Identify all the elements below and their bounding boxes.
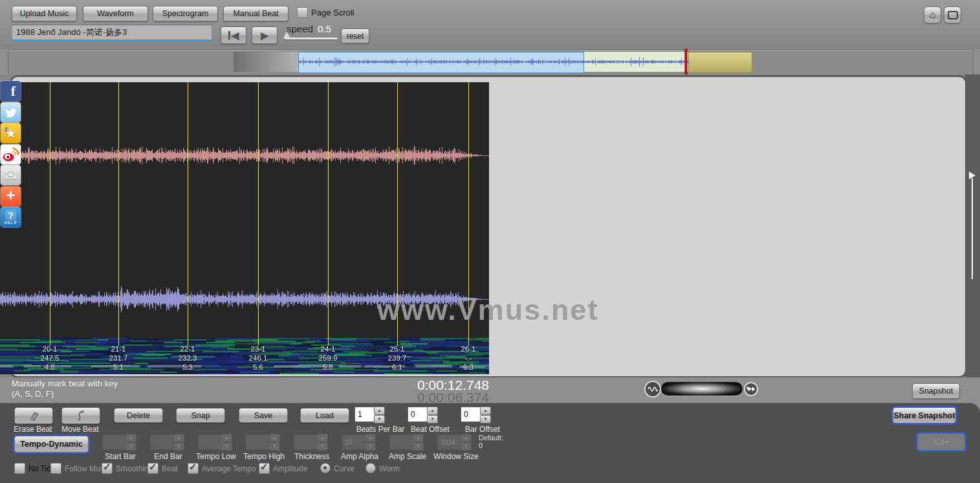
ioi-button[interactable]: IOI+ [917,433,965,451]
beat-bar-number: 24-1 [307,344,349,354]
home-icon: ⌂ [930,9,936,21]
beats-per-bar-value[interactable]: 1 [354,407,375,422]
end-bar-value [150,434,175,450]
stepper-up-button: ▲ [317,434,328,442]
beat-offset-value[interactable]: 0 [408,407,428,422]
stepper-down-button[interactable]: ▼ [374,415,385,423]
twitter-share-button[interactable] [1,102,21,122]
waveform-button[interactable]: Waveform [83,6,148,21]
wave-blend-slider[interactable] [661,382,743,396]
track-title-input[interactable] [12,25,212,41]
help-caption: HELP [4,221,17,225]
bar-offset-label: Bar Offset [457,425,508,434]
stepper-up-button[interactable]: ▲ [374,407,385,415]
beat-line[interactable] [50,82,50,346]
vertical-zoom-slider-thumb[interactable] [969,172,975,179]
check-icon: ✓ [149,461,157,473]
beat-tempo: 247.5 [29,354,71,363]
stepper-up-button: ▲ [221,434,232,442]
share-snapshot-button[interactable]: Share Snapshot [893,407,956,423]
overview-leadin-segment[interactable] [234,52,298,72]
fullscreen-icon [948,11,958,19]
home-button[interactable]: ⌂ [924,6,941,23]
save-button[interactable]: Save [239,408,288,423]
overview-remaining-segment[interactable] [688,52,752,73]
overview-playhead[interactable] [685,49,687,76]
smooth-wave-toggle-button[interactable] [644,381,661,398]
beat-line[interactable] [258,82,259,346]
tempo-dynamic-button[interactable]: Tempo-Dynamic [14,436,89,453]
vertical-zoom-slider[interactable] [972,178,973,279]
worm-radio[interactable] [365,463,376,473]
beat-bar-number: 25-1 [376,344,418,354]
qzone-share-button[interactable]: ★ z [1,123,21,143]
stepper-down-button: ▼ [269,442,280,451]
average-tempo-checkbox[interactable]: ✓ [188,463,199,474]
default-value: 0 [479,442,483,449]
snap-button[interactable]: Snap [176,408,225,423]
email-share-button[interactable]: ✉ [1,165,21,185]
stepper-down-button[interactable]: ▼ [480,415,491,423]
thickness-label: Thickness [287,452,336,461]
beat-offset-stepper: ▲ ▼ [427,407,437,422]
vmus-app: Upload Music Waveform Spectrogram Manual… [0,0,980,483]
beat-checkbox[interactable]: ✓ [147,463,158,474]
no-tick-checkbox[interactable] [14,463,25,474]
beat-line[interactable] [328,82,329,346]
amplitude-checkbox[interactable]: ✓ [259,463,270,474]
qzone-z-mark: z [5,126,8,133]
weibo-share-button[interactable] [1,144,21,164]
manual-beat-button[interactable]: Manual Beat [223,6,289,21]
weibo-icon [2,146,19,163]
start-bar-value [102,434,127,450]
move-beat-button[interactable] [61,407,100,424]
speed-slider-thumb[interactable] [283,32,290,38]
stepper-up-button[interactable]: ▲ [480,407,491,415]
sharp-wave-toggle-button[interactable] [744,382,758,396]
stepper-down-button[interactable]: ▼ [427,415,438,423]
overview-waveform-canvas [298,52,688,72]
stepper-down-button: ▼ [365,442,376,451]
stepper-up-button[interactable]: ▲ [427,407,438,415]
speed-slider-track[interactable] [285,38,338,39]
curve-radio[interactable] [320,463,331,473]
facebook-share-button[interactable]: f [1,81,21,101]
rewind-button[interactable]: ◀ [221,27,246,44]
beat-line[interactable] [188,82,188,346]
curve-label: Curve [334,464,354,473]
waveform-canvas[interactable] [0,82,489,374]
check-icon: ✓ [260,461,268,473]
delete-button[interactable]: Delete [114,408,163,423]
smoothing-checkbox[interactable]: ✓ [102,463,113,474]
addthis-share-button[interactable]: + [1,186,21,207]
upload-music-button[interactable]: Upload Music [12,6,77,21]
play-button[interactable]: ▶ [252,27,278,44]
erase-beat-button[interactable] [14,407,53,424]
facebook-icon: f [11,83,16,100]
sine-wave-icon [648,385,658,393]
beat-offset-label: Beat Offset [402,425,458,434]
overview-strip[interactable] [8,49,974,76]
spectrogram-button[interactable]: Spectrogram [153,6,218,21]
load-button[interactable]: Load [300,408,349,423]
default-label: Default: [479,434,503,442]
stepper-down-button: ▼ [173,442,184,451]
tempo-high-stepper: ▲▼ [269,434,279,449]
help-button[interactable]: ? HELP [1,207,21,227]
beat-bar-number: 22-1 [167,344,208,354]
reset-button[interactable]: reset [341,28,369,43]
beat-time: 5.6 [237,363,279,372]
stepper-up-button: ▲ [365,434,376,442]
beat-time: 5.8 [307,363,349,372]
twitter-bird-icon [4,106,18,120]
follow-music-checkbox[interactable] [50,463,61,474]
speed-value: 0.5 [318,23,331,34]
beat-line[interactable] [118,82,119,346]
fullscreen-button[interactable] [944,6,961,23]
beat-label: 26-1 -.- 6.3 [448,344,489,372]
tempo-low-label: Tempo Low [191,452,241,461]
bar-offset-value[interactable]: 0 [461,407,481,422]
beat-label: 24-1 259.9 5.8 [307,344,349,372]
snapshot-button[interactable]: Snapshot [912,383,960,399]
page-scroll-checkbox[interactable] [297,7,308,18]
